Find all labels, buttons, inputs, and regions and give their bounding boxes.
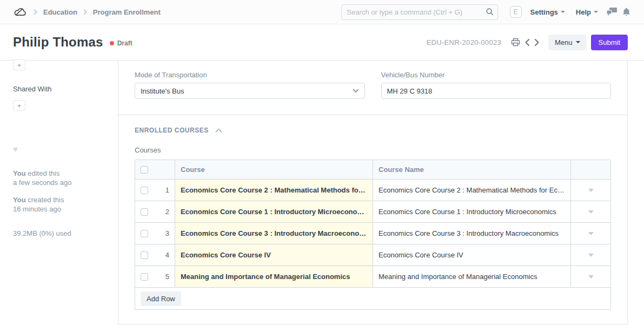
navbar: Education Program Enrollment E Settings … [0, 0, 644, 24]
search-icon [486, 8, 494, 18]
add-row-button[interactable]: Add Row [141, 291, 181, 306]
settings-menu[interactable]: Settings [530, 8, 565, 16]
mode-of-transportation-label: Mode of Transportation [135, 71, 365, 79]
mode-of-transportation-select[interactable]: Institute's Bus [135, 83, 365, 99]
created-activity: You created this 16 minutes ago [13, 195, 118, 214]
row-checkbox[interactable] [141, 251, 148, 259]
status-indicator: Draft [110, 39, 132, 47]
row-expand-button[interactable] [571, 266, 610, 287]
edited-actor: You [13, 169, 26, 177]
chevron-down-icon [588, 232, 594, 235]
table-footer: Add Row [135, 288, 610, 309]
page-title: Philip Thomas [13, 35, 103, 50]
user-avatar[interactable]: E [510, 6, 522, 18]
row-expand-button[interactable] [571, 244, 610, 266]
document-id: EDU-ENR-2020-00023 [427, 38, 501, 47]
courses-table: Course Course Name 1 Economics Core Cour… [135, 160, 611, 310]
created-action: created this [26, 196, 64, 204]
course-name-cell[interactable]: Economics Core Course 1 : Introductory M… [373, 201, 571, 222]
table-row: 2 Economics Core Course 1 : Introductory… [135, 201, 610, 223]
menu-button-label: Menu [555, 38, 573, 47]
chat-icon[interactable] [607, 8, 617, 16]
help-label: Help [576, 8, 591, 16]
row-expand-button[interactable] [571, 223, 610, 244]
table-row: 1 Economics Core Course 2 : Mathematical… [135, 180, 610, 201]
course-cell[interactable]: Economics Core Course IV [175, 244, 373, 266]
enrolled-courses-header[interactable]: ENROLLED COURSES [135, 127, 611, 134]
prev-doc-icon[interactable] [525, 38, 530, 47]
row-index: 4 [165, 251, 169, 259]
edited-activity: You edited this a few seconds ago [13, 169, 118, 187]
select-all-checkbox[interactable] [141, 166, 148, 174]
status-label: Draft [117, 39, 132, 47]
chevron-down-icon [588, 254, 594, 257]
row-checkbox[interactable] [141, 187, 148, 194]
chevron-down-icon [588, 275, 594, 278]
vehicle-number-field: Vehicle/Bus Number [381, 71, 612, 99]
table-row: 3 Economics Core Course 3 : Introductory… [135, 223, 610, 244]
global-search [341, 4, 498, 20]
course-name-cell[interactable]: Economics Core Course IV [373, 244, 571, 266]
course-cell[interactable]: Economics Core Course 1 : Introductory M… [175, 201, 373, 222]
chevron-up-icon [215, 128, 222, 133]
course-name-cell[interactable]: Economics Core Course 3 : Introductory M… [373, 223, 571, 244]
page-body: + Shared With + ♥ You edited this a few … [0, 61, 644, 325]
vehicle-number-input[interactable] [387, 87, 606, 95]
enrolled-courses-title: ENROLLED COURSES [135, 127, 209, 134]
transportation-section: Mode of Transportation Institute's Bus V… [118, 61, 627, 115]
mode-of-transportation-value: Institute's Bus [141, 87, 184, 95]
row-expand-button[interactable] [571, 201, 610, 222]
chevron-down-icon [561, 11, 565, 13]
form-card: Mode of Transportation Institute's Bus V… [118, 61, 628, 325]
course-cell[interactable]: Meaning and Importance of Managerial Eco… [175, 266, 373, 287]
created-when[interactable]: 16 minutes ago [13, 205, 61, 213]
page-header: Philip Thomas Draft EDU-ENR-2020-00023 M… [0, 24, 644, 61]
search-input[interactable] [341, 4, 498, 20]
menu-button[interactable]: Menu [548, 35, 587, 50]
course-cell[interactable]: Economics Core Course 3 : Introductory M… [175, 223, 373, 244]
chevron-right-icon [83, 9, 88, 15]
chevron-down-icon [588, 210, 594, 214]
like-heart-icon[interactable]: ♥ [13, 144, 118, 154]
course-cell[interactable]: Economics Core Course 2 : Mathematical M… [175, 180, 373, 201]
row-index: 3 [165, 229, 169, 237]
edited-when: a few seconds ago [13, 178, 71, 187]
help-menu[interactable]: Help [576, 8, 598, 16]
table-row: 4 Economics Core Course IV Economics Cor… [135, 244, 610, 266]
row-checkbox[interactable] [141, 273, 148, 281]
chevron-down-icon [594, 11, 598, 13]
course-name-cell[interactable]: Economics Core Course 2 : Mathematical M… [373, 180, 571, 201]
status-dot-icon [110, 41, 114, 45]
form-sidebar: + Shared With + ♥ You edited this a few … [0, 61, 118, 325]
shared-with-label: Shared With [13, 85, 118, 93]
breadcrumb-education[interactable]: Education [43, 8, 77, 16]
row-index: 2 [165, 208, 169, 216]
submit-button[interactable]: Submit [591, 35, 628, 50]
edited-action: edited this [26, 169, 60, 177]
notifications-bell-icon[interactable] [622, 8, 630, 17]
chevron-down-icon [576, 41, 580, 43]
storage-usage: 39.2MB (0%) used [13, 229, 118, 237]
course-name-cell[interactable]: Meaning and Importance of Managerial Eco… [373, 266, 571, 287]
row-checkbox[interactable] [141, 208, 148, 216]
vehicle-number-label: Vehicle/Bus Number [381, 71, 612, 79]
settings-label: Settings [530, 8, 558, 16]
chevron-right-icon [33, 9, 38, 15]
table-header-row: Course Course Name [135, 160, 610, 180]
table-row: 5 Meaning and Importance of Managerial E… [135, 266, 610, 288]
row-index: 5 [165, 273, 169, 281]
row-checkbox[interactable] [141, 230, 148, 237]
app-logo-icon[interactable] [14, 6, 28, 18]
add-share-button[interactable]: + [13, 100, 25, 111]
next-doc-icon[interactable] [534, 38, 540, 47]
chevron-down-icon [588, 189, 594, 192]
row-index: 1 [165, 186, 169, 194]
print-icon[interactable] [511, 38, 520, 47]
course-column-header: Course [175, 160, 373, 179]
breadcrumb-program-enrollment[interactable]: Program Enrollment [93, 8, 161, 16]
row-expand-button[interactable] [571, 180, 610, 201]
enrolled-courses-section: ENROLLED COURSES Courses Course Course N… [118, 115, 627, 321]
mode-of-transportation-field: Mode of Transportation Institute's Bus [135, 71, 365, 99]
add-assignment-button[interactable]: + [13, 59, 25, 70]
courses-grid-label: Courses [135, 146, 611, 154]
